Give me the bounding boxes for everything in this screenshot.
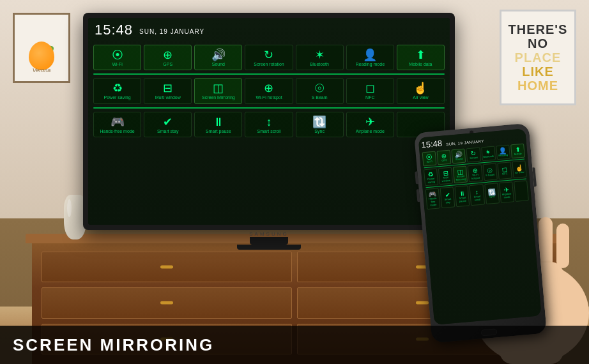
phone-icon-power[interactable]: ♻ Power saving [424, 168, 438, 186]
phone-icon-smartscroll[interactable]: ↕ Smart scroll [470, 185, 485, 206]
row-divider-1 [93, 73, 445, 75]
phone-icon-multi[interactable]: ⊟ Multi window [438, 167, 453, 185]
nfc-icon: ◻ [365, 82, 375, 94]
poster: THERE'S NO PLACE LIKE HOME [509, 22, 568, 93]
tv-time: 15:48 [95, 22, 133, 38]
phone-outer: 15:48 SUN, 19 JANUARY ⦿ Wi-Fi ⊕ GPS [414, 123, 547, 343]
phone-icon-rotation[interactable]: ↻ Screen [466, 148, 481, 163]
tv-brand: SAMSUNG [83, 231, 455, 237]
phone-volume-down [417, 189, 420, 202]
screen-header: 15:48 SUN, 19 JANUARY [92, 22, 446, 38]
phone-icon-sbeam[interactable]: ⦾ S Beam [482, 163, 497, 181]
poster-line1: THERE'S [509, 22, 568, 36]
smart-stay-icon: ✔ [163, 116, 172, 128]
phone-screen: 15:48 SUN, 19 JANUARY ⦿ Wi-Fi ⊕ GPS [418, 128, 542, 325]
tv-icon-rotation[interactable]: ↻ Screen rotation [245, 45, 293, 70]
handsfree-icon: 🎮 [111, 116, 125, 128]
tv-date: SUN, 19 JANUARY [139, 28, 204, 35]
phone-time: 15:48 [421, 139, 443, 150]
air-view-icon: ☝ [413, 82, 427, 94]
airplane-icon: ✈ [365, 116, 375, 128]
tv-icon-gps[interactable]: ⊕ GPS [144, 45, 192, 70]
tv-outer: 15:48 SUN, 19 JANUARY ⦿ Wi-Fi ⊕ GPS � [83, 13, 455, 230]
phone-volume-up [415, 171, 418, 184]
phone-icon-nfc[interactable]: ◻ NFC [497, 162, 512, 179]
tv-icon-smart-stay[interactable]: ✔ Smart stay [144, 112, 192, 137]
phone-icon-airplane[interactable]: ✈ Airplane mode [499, 182, 514, 203]
phone-icon-bluetooth[interactable]: ✶ Bluetooth [481, 146, 496, 162]
tv-icon-air-view[interactable]: ☝ Air view [397, 78, 445, 103]
sound-icon: 🔊 [211, 49, 226, 61]
wifi-hotspot-icon: ⊕ [264, 82, 273, 94]
screen-mirroring-label: SCREEN MIRRORING [13, 335, 214, 355]
tv-icon-grid-row1: ⦿ Wi-Fi ⊕ GPS 🔊 Sound ↻ Screen rotation [92, 43, 446, 72]
poster-line3: PLACE [509, 50, 568, 64]
bottom-label-bar: SCREEN MIRRORING [0, 326, 589, 364]
tv-icon-sync[interactable]: 🔃 Sync [296, 112, 344, 137]
svg-rect-4 [539, 217, 553, 268]
phone-icon-handsfree[interactable]: 🎮 Hands-free mode [425, 188, 441, 209]
tv-icon-wifi[interactable]: ⦿ Wi-Fi [93, 45, 141, 70]
phone-icon-empty3 [514, 181, 529, 202]
phone-icon-smartpause[interactable]: ⏸ Smart pause [455, 186, 470, 207]
tv-icon-grid-row3: 🎮 Hands-free mode ✔ Smart stay ⏸ Smart p… [92, 110, 446, 139]
tv-icon-sbeam[interactable]: ⦾ S Beam [296, 78, 344, 103]
phone-container: 15:48 SUN, 19 JANUARY ⦿ Wi-Fi ⊕ GPS [414, 123, 547, 343]
gps-icon: ⊕ [163, 49, 172, 61]
tv-icon-screen-mirroring[interactable]: ◫ Screen Mirroring [194, 78, 242, 103]
rotation-icon: ↻ [264, 49, 273, 61]
tv-icon-sound[interactable]: 🔊 Sound [194, 45, 242, 70]
tv-icon-handsfree[interactable]: 🎮 Hands-free mode [93, 112, 141, 137]
mobile-data-icon: ⬆ [416, 49, 425, 61]
smart-scroll-icon: ↕ [266, 116, 272, 128]
wifi-icon: ⦿ [112, 49, 123, 61]
phone-icon-reading[interactable]: 👤 Reading [496, 145, 510, 160]
screen-content: 15:48 SUN, 19 JANUARY ⦿ Wi-Fi ⊕ GPS � [88, 18, 450, 225]
tv-stand-base [237, 245, 301, 250]
script-label: Verona [33, 67, 51, 73]
phone-screen-content: 15:48 SUN, 19 JANUARY ⦿ Wi-Fi ⊕ GPS [418, 128, 542, 325]
phone-icon-wifi[interactable]: ⦿ Wi-Fi [422, 151, 437, 167]
tv-icon-nfc[interactable]: ◻ NFC [346, 78, 394, 103]
phone-icon-mobile[interactable]: ⬆ Mobile [510, 144, 525, 159]
screen-mirroring-icon: ◫ [213, 82, 224, 94]
tv-screen: 15:48 SUN, 19 JANUARY ⦿ Wi-Fi ⊕ GPS � [88, 18, 450, 225]
tv-icon-smart-scroll[interactable]: ↕ Smart scroll [245, 112, 293, 137]
tv-icon-reading[interactable]: 👤 Reading mode [346, 45, 394, 70]
bluetooth-icon: ✶ [315, 49, 325, 61]
wall-art-right: THERE'S NO PLACE LIKE HOME [500, 10, 576, 105]
row-divider-2 [93, 107, 445, 109]
tv-icon-multi-window[interactable]: ⊟ Multi window [144, 78, 192, 103]
tv-container: 15:48 SUN, 19 JANUARY ⦿ Wi-Fi ⊕ GPS � [83, 13, 455, 243]
svg-rect-5 [556, 224, 569, 268]
wall-art-left: Verona [13, 13, 70, 83]
phone-icon-hotspot[interactable]: ⊕ Wi-Fi hotspot [468, 164, 482, 182]
tv-icon-wifi-hotspot[interactable]: ⊕ Wi-Fi hotspot [245, 78, 293, 103]
phone-icon-mirroring[interactable]: ◫ Screen Mirroring [453, 165, 468, 183]
reading-icon: 👤 [363, 49, 377, 61]
sync-icon: 🔃 [312, 116, 326, 128]
poster-line5: HOME [509, 79, 568, 93]
tv-stand-neck [250, 237, 288, 245]
poster-line2: NO [509, 36, 568, 50]
tv-icon-smart-pause[interactable]: ⏸ Smart pause [194, 112, 242, 137]
phone-icon-sync[interactable]: 🔃 Sync [484, 183, 500, 204]
tv-icon-power-saving[interactable]: ♻ Power saving [93, 78, 141, 103]
tv-icon-airplane[interactable]: ✈ Airplane mode [346, 112, 394, 137]
phone-icon-airview[interactable]: ☝ Air View [512, 160, 526, 178]
phone-icon-sound[interactable]: 🔊 Sound [452, 149, 466, 164]
multi-window-icon: ⊟ [163, 82, 172, 94]
smart-pause-icon: ⏸ [213, 116, 224, 128]
phone-date: SUN, 19 JANUARY [446, 139, 484, 146]
sbeam-icon: ⦾ [315, 82, 324, 94]
poster-line4: LIKE [509, 64, 568, 79]
power-saving-icon: ♻ [112, 82, 123, 94]
phone-icon-smartstay[interactable]: ✔ Smart stay [440, 187, 455, 208]
tv-icon-grid-row2: ♻ Power saving ⊟ Multi window ◫ Screen M… [92, 77, 446, 105]
tv-icon-bluetooth[interactable]: ✶ Bluetooth [296, 45, 344, 70]
phone-icon-gps[interactable]: ⊕ GPS [437, 150, 452, 165]
tv-icon-mobile-data[interactable]: ⬆ Mobile data [397, 45, 445, 70]
peach-icon [29, 42, 54, 70]
